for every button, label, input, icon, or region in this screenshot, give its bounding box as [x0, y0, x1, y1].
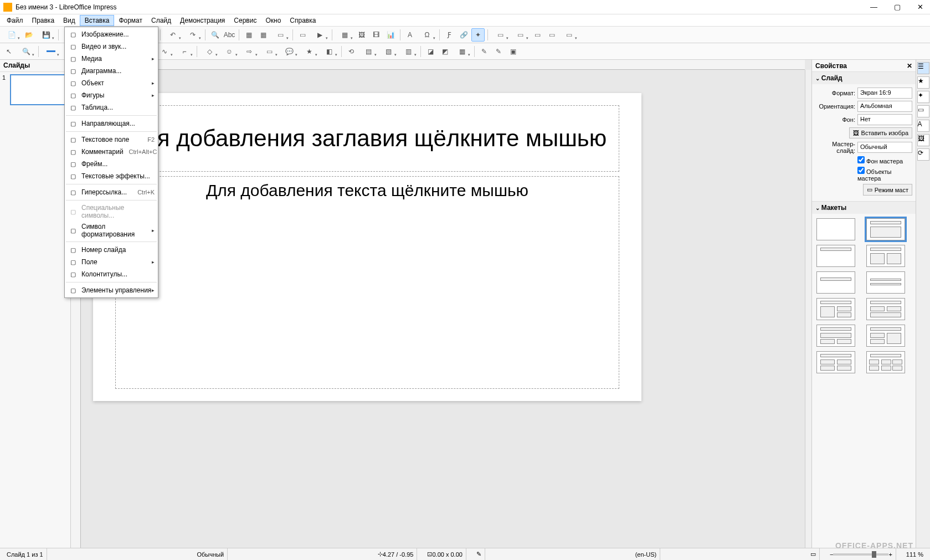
special-char-button[interactable]: Ω — [418, 28, 436, 42]
glue-tool[interactable]: ✎ — [492, 45, 505, 58]
start-presentation-button[interactable]: ▶ — [310, 28, 329, 42]
master-bg-checkbox[interactable]: Фон мастера — [857, 156, 903, 165]
duplicate-slide-button[interactable]: ▭ — [531, 28, 544, 42]
menu-view[interactable]: Вид — [59, 16, 80, 25]
connector-tool[interactable]: ⌐ — [175, 45, 194, 58]
format-select[interactable]: Экран 16:9 — [857, 88, 912, 99]
title-placeholder[interactable]: Для добавления заглавия щёлкните мышью — [115, 105, 619, 172]
layout-two-content[interactable] — [866, 245, 905, 267]
menu-edit[interactable]: Правка — [28, 16, 59, 25]
points-tool[interactable]: ✎ — [477, 45, 491, 58]
menu-insert[interactable]: Вставка — [80, 15, 115, 26]
menu-entry-колонтитулы[interactable]: ▢Колонтитулы... — [65, 268, 158, 280]
menu-entry-видео-и-звук[interactable]: ▢Видео и звук... — [65, 40, 158, 53]
maximize-button[interactable]: ▢ — [891, 2, 904, 12]
spellcheck-button[interactable]: Abc — [223, 28, 236, 42]
layout-left-two-right[interactable] — [816, 298, 855, 320]
menu-file[interactable]: Файл — [2, 16, 28, 25]
zoom-tool[interactable]: 🔍 — [17, 45, 35, 58]
textbox-button[interactable]: A — [403, 28, 417, 42]
menu-entry-фигуры[interactable]: ▢Фигуры▸ — [65, 89, 158, 101]
redo-button[interactable]: ↷ — [183, 28, 202, 42]
line-color-button[interactable] — [42, 45, 60, 58]
align-tool[interactable]: ▤ — [359, 45, 378, 58]
orientation-select[interactable]: Альбомная — [857, 101, 912, 112]
image-insert-button[interactable]: 🖼 — [355, 28, 368, 42]
master-obj-checkbox[interactable]: Объекты мастера — [857, 167, 912, 182]
slide-thumbnail[interactable] — [10, 74, 65, 105]
media-insert-button[interactable]: 🎞 — [369, 28, 383, 42]
basic-shapes-tool[interactable]: ◇ — [200, 45, 219, 58]
shadow-tool[interactable]: ◪ — [424, 45, 437, 58]
block-arrows-tool[interactable]: ⇨ — [240, 45, 259, 58]
fit-page-button[interactable]: ▭ — [807, 548, 820, 560]
delete-slide-button[interactable]: ▭ — [545, 28, 558, 42]
display-views-button[interactable]: ▭ — [271, 28, 290, 42]
insert-image-button[interactable]: 🖼 Вставить изобра — [849, 127, 912, 138]
master-button[interactable]: ▭ — [296, 28, 309, 42]
layout-two-left-one[interactable] — [866, 325, 905, 347]
master-slide-select[interactable]: Обычный — [857, 142, 912, 153]
menu-entry-гиперссылка[interactable]: ▢Гиперссылка...Ctrl+K — [65, 186, 158, 198]
menu-help[interactable]: Справка — [285, 16, 320, 25]
menu-format[interactable]: Формат — [114, 16, 147, 25]
undo-button[interactable]: ↶ — [163, 28, 182, 42]
zoom-value[interactable]: 111 % — [903, 548, 927, 560]
tab-navigator[interactable]: ⟳ — [917, 148, 929, 161]
layout-six[interactable] — [866, 351, 905, 373]
menu-slide[interactable]: Слайд — [147, 16, 176, 25]
stars-tool[interactable]: ★ — [300, 45, 318, 58]
layouts-section-title[interactable]: Макеты — [812, 202, 916, 214]
menu-window[interactable]: Окно — [261, 16, 285, 25]
body-placeholder[interactable]: Для добавления текста щёлкните мышью — [115, 176, 619, 389]
menu-entry-текстовое-поле[interactable]: ▢Текстовое полеF2 — [65, 133, 158, 146]
tab-master-slides[interactable]: ▭ — [917, 105, 929, 117]
slide-canvas[interactable]: Для добавления заглавия щёлкните мышью Д… — [93, 93, 641, 401]
tab-styles[interactable]: A — [917, 120, 929, 132]
layout-blank[interactable] — [816, 218, 855, 240]
menu-entry-текстовые-эффекты[interactable]: ▢Текстовые эффекты... — [65, 170, 158, 182]
layout-quad[interactable] — [816, 351, 855, 373]
status-unsaved-icon[interactable]: ✎ — [473, 548, 485, 560]
snap-button[interactable]: ▦ — [256, 28, 270, 42]
zoom-slider[interactable]: − + — [826, 548, 896, 560]
menu-entry-символ-форматирования[interactable]: ▢Символ форматирования▸ — [65, 221, 158, 240]
slide-layout-button[interactable]: ▭ — [491, 28, 510, 42]
layout-centered[interactable] — [816, 271, 855, 294]
layout-title-only[interactable] — [816, 245, 855, 267]
arrange-tool[interactable]: ▧ — [379, 45, 398, 58]
tab-transitions[interactable]: ★ — [917, 76, 929, 89]
filter-tool[interactable]: ▦ — [453, 45, 471, 58]
close-button[interactable]: ✕ — [914, 2, 927, 12]
animation-button[interactable]: ✦ — [471, 28, 485, 42]
menu-entry-изображение[interactable]: ▢Изображение... — [65, 28, 158, 40]
menu-slideshow[interactable]: Демонстрация — [176, 16, 229, 25]
menu-entry-фрейм[interactable]: ▢Фрейм... — [65, 158, 158, 170]
save-button[interactable]: 💾 — [37, 28, 55, 42]
menu-entry-направляющая[interactable]: ▢Направляющая... — [65, 117, 158, 130]
slide-props-button[interactable]: ▭ — [559, 28, 578, 42]
sidebar-close-icon[interactable]: ✕ — [907, 62, 912, 70]
layout-four[interactable] — [866, 298, 905, 320]
crop-tool[interactable]: ◩ — [438, 45, 451, 58]
tab-animations[interactable]: ✦ — [917, 91, 929, 103]
status-language[interactable]: (en-US) — [632, 548, 661, 560]
menu-entry-объект[interactable]: ▢Объект▸ — [65, 77, 158, 89]
minimize-button[interactable]: — — [867, 2, 881, 12]
layout-title-content[interactable] — [866, 218, 905, 240]
distribute-tool[interactable]: ▥ — [399, 45, 418, 58]
layout-title-subtitle[interactable] — [866, 271, 905, 294]
rotate-tool[interactable]: ⟲ — [345, 45, 358, 58]
fontwork-button[interactable]: Ƒ — [443, 28, 456, 42]
layout-content-over[interactable] — [816, 325, 855, 347]
flowchart-tool[interactable]: ▭ — [260, 45, 279, 58]
chart-insert-button[interactable]: 📊 — [384, 28, 397, 42]
hyperlink-button[interactable]: 🔗 — [457, 28, 470, 42]
menu-entry-поле[interactable]: ▢Поле▸ — [65, 256, 158, 268]
menu-entry-медиа[interactable]: ▢Медиа▸ — [65, 53, 158, 65]
extrusion-tool[interactable]: ▣ — [506, 45, 520, 58]
find-button[interactable]: 🔍 — [208, 28, 222, 42]
menu-entry-номер-слайда[interactable]: ▢Номер слайда — [65, 244, 158, 256]
slide-item[interactable]: 1 — [2, 74, 68, 105]
master-mode-button[interactable]: ▭ Режим маст — [863, 184, 912, 196]
